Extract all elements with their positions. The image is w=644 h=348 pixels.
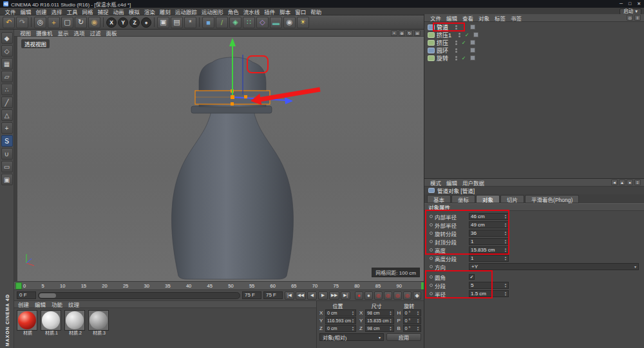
stepper-icon[interactable]: ▲▼ [504,231,507,235]
am-forward-icon[interactable]: ▲ [619,179,625,185]
viewport-menu-item[interactable]: 摄像机 [33,29,55,37]
menu-item[interactable]: 流水线 [241,9,262,15]
primitive-cube-button[interactable]: ■ [202,17,214,28]
am-list-icon[interactable]: ≡ [634,179,641,185]
property-value-field[interactable]: 46 cm▲▼ [469,213,509,220]
keyframe-dot-icon[interactable] [430,232,433,235]
viewport-menu-item[interactable]: 面板 [104,29,120,37]
floor-button[interactable]: ▬ [270,17,282,28]
fillet-checkbox[interactable]: ✓ [469,274,475,280]
enable-snap-icon[interactable]: ∪ [1,148,13,160]
subdivision-surface-button[interactable]: ◈ [229,17,242,28]
record-position-button[interactable]: ◎ [374,291,383,300]
gizmo-center-handle[interactable] [231,95,234,99]
material-name[interactable]: 材质 [17,331,39,336]
am-back-icon[interactable]: ◄ [611,179,618,185]
menu-item[interactable]: 帮助 [308,9,324,15]
camera-button[interactable]: ◉ [283,17,296,28]
edges-mode-icon[interactable]: ╱ [1,96,13,108]
property-value-field[interactable]: 36▲▼ [469,230,509,237]
viewport-canvas[interactable] [17,37,424,281]
viewport-menu-item[interactable]: 视图 [17,29,33,37]
object-manager-menu-item[interactable]: 书签 [508,14,524,22]
close-button[interactable]: ✕ [637,1,641,6]
record-keyframe-button[interactable]: ● [355,291,363,300]
phong-tag-icon[interactable] [470,55,475,60]
model-mode-icon[interactable]: ◇ [1,45,13,57]
visibility-dots[interactable] [455,56,457,60]
phong-tag-icon[interactable] [470,48,475,53]
om-search-icon[interactable]: ◎ [627,15,633,21]
material-swatch[interactable]: 材质.2 [64,310,86,336]
current-frame-field[interactable]: 0 F [17,291,36,299]
keyframe-dot-icon[interactable] [430,284,433,287]
menu-item[interactable]: 雕刻 [157,9,173,15]
last-tool-icon[interactable]: ◉ [88,17,100,28]
stepper-icon[interactable]: ▲▼ [351,318,354,322]
material-swatch[interactable]: 材质 [17,310,39,336]
record-rotation-button[interactable]: ◎ [393,291,402,300]
range-end-field[interactable]: 75 F [242,291,261,299]
viewport-menu-item[interactable]: 显示 [55,29,71,37]
stepper-icon[interactable]: ▲▼ [389,318,392,322]
stepper-icon[interactable]: ▲▼ [504,223,507,226]
rotate-tool-icon[interactable]: ↻ [75,17,87,28]
material-swatch[interactable]: 材质.1 [41,310,62,336]
pan-view-icon[interactable]: + [391,30,397,36]
size-y-field[interactable]: 15.835 cm▲▼ [365,317,394,324]
current-frame-marker[interactable] [15,282,22,289]
stepper-icon[interactable]: ▲▼ [504,256,507,260]
keyframe-dot-icon[interactable] [430,223,433,226]
stepper-icon[interactable]: ▲▼ [504,214,507,218]
menu-item[interactable]: 模拟 [126,9,142,15]
render-view-icon[interactable]: ▣ [157,17,169,28]
menu-item[interactable]: 运动跟踪 [173,9,199,15]
keyframe-selection-button[interactable]: ◆ [413,291,421,300]
stepper-icon[interactable]: ▲▼ [351,311,354,315]
property-value-field[interactable]: 15.835 cm▲▼ [469,246,509,253]
visibility-dots[interactable] [455,25,457,30]
tube-handle[interactable] [231,102,234,105]
stepper-icon[interactable]: ▲▼ [416,318,419,322]
z-axis-gizmo-head[interactable] [285,97,293,104]
enable-axis-icon[interactable]: + [1,122,13,134]
stepper-icon[interactable]: ▲▼ [504,248,507,252]
object-manager-menu-item[interactable]: 对象 [476,14,492,22]
toggle-views-icon[interactable]: ⊞ [414,30,421,36]
points-mode-icon[interactable]: ∴ [1,84,13,95]
visibility-dots[interactable] [455,48,457,53]
record-parameter-button[interactable]: ◎ [403,291,412,300]
stepper-icon[interactable]: ▲▼ [416,311,419,315]
menu-item[interactable]: 创建 [33,9,49,15]
material-thumbnail[interactable] [41,310,61,331]
material-thumbnail[interactable] [17,310,37,331]
object-row-extrude1[interactable]: 挤压1 ✓ [424,31,644,39]
goto-end-button[interactable]: ▶| [341,291,350,300]
next-frame-button[interactable]: ▶▶ [329,291,339,300]
deformer-button[interactable]: ◇ [256,17,269,28]
stepper-icon[interactable]: ▲▼ [416,326,419,330]
menu-item[interactable]: 运动图形 [199,9,225,15]
keyframe-dot-icon[interactable] [430,215,433,218]
material-name[interactable]: 材质.3 [88,331,110,336]
menu-item[interactable]: 文件 [3,9,18,15]
scale-tool-icon[interactable]: ▢ [61,17,73,28]
live-selection-icon[interactable]: ◎ [34,17,46,28]
material-name[interactable]: 材质.1 [41,331,62,336]
make-editable-icon[interactable]: ◆ [1,32,13,44]
keyframe-dot-icon[interactable] [430,292,433,295]
stepper-icon[interactable]: ▲▼ [504,283,507,287]
keyframe-dot-icon[interactable] [430,265,433,268]
attribute-menu-item[interactable]: 编辑 [444,179,460,187]
lock-workplane-icon[interactable]: ▣ [1,174,13,185]
prev-key-button[interactable]: ◀◀ [296,291,306,300]
render-settings-icon[interactable]: * [184,17,196,28]
play-button[interactable]: ▶ [318,291,328,300]
bottle-neck-flange[interactable] [191,106,272,113]
workplane-mode-icon[interactable]: ▱ [1,71,13,82]
rotation-b-field[interactable]: 0 °▲▼ [403,325,421,332]
menu-item[interactable]: 渲染 [142,9,157,15]
rotate-view-icon[interactable]: ↻ [406,30,413,36]
enable-check-icon[interactable]: ✓ [461,40,466,46]
maximize-button[interactable]: □ [629,1,631,6]
